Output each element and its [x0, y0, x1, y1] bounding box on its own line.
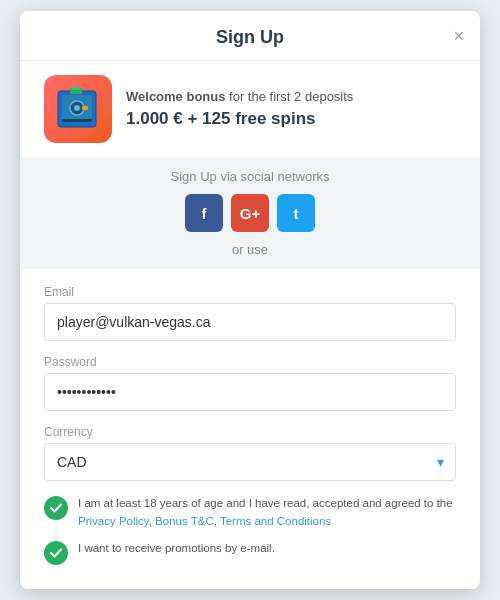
bonus-text: Welcome bonus for the first 2 deposits 1… — [126, 87, 353, 132]
currency-label: Currency — [44, 425, 456, 439]
promo-checkbox-row: I want to receive promotions by e-mail. — [44, 540, 456, 565]
promo-text: I want to receive promotions by e-mail. — [78, 540, 275, 557]
bonus-headline: Welcome bonus for the first 2 deposits — [126, 87, 353, 107]
close-button[interactable]: × — [453, 27, 464, 45]
svg-rect-5 — [62, 119, 92, 122]
social-label: Sign Up via social networks — [40, 169, 460, 184]
password-group: Password — [44, 355, 456, 411]
google-button[interactable]: G+ — [231, 194, 269, 232]
twitter-button[interactable]: t — [277, 194, 315, 232]
password-input[interactable] — [44, 373, 456, 411]
social-section: Sign Up via social networks f G+ t or us… — [20, 157, 480, 269]
modal-title: Sign Up — [216, 27, 284, 48]
social-buttons: f G+ t — [40, 194, 460, 232]
modal-header: Sign Up × — [20, 11, 480, 61]
email-input[interactable] — [44, 303, 456, 341]
terms-check-icon[interactable] — [44, 496, 68, 520]
facebook-button[interactable]: f — [185, 194, 223, 232]
currency-select[interactable]: CAD EUR USD GBP — [44, 443, 456, 481]
currency-wrapper: CAD EUR USD GBP ▾ — [44, 443, 456, 481]
bonus-terms-link[interactable]: Bonus T&C — [155, 515, 214, 527]
password-label: Password — [44, 355, 456, 369]
svg-rect-4 — [82, 106, 88, 110]
terms-conditions-link[interactable]: Terms and Conditions — [220, 515, 331, 527]
terms-text: I am at least 18 years of age and I have… — [78, 495, 456, 530]
terms-checkbox-row: I am at least 18 years of age and I have… — [44, 495, 456, 530]
bonus-amount: 1.000 € + 125 free spins — [126, 106, 353, 132]
form-section: Email Password Currency CAD EUR USD GBP … — [20, 269, 480, 589]
svg-point-3 — [74, 105, 80, 111]
svg-rect-7 — [72, 87, 80, 90]
privacy-policy-link[interactable]: Privacy Policy — [78, 515, 149, 527]
bonus-section: Welcome bonus for the first 2 deposits 1… — [20, 61, 480, 157]
or-use-label: or use — [40, 242, 460, 257]
email-group: Email — [44, 285, 456, 341]
signup-modal: Sign Up × Welcome bonus for the first 2 … — [20, 11, 480, 589]
email-label: Email — [44, 285, 456, 299]
bonus-icon — [44, 75, 112, 143]
currency-group: Currency CAD EUR USD GBP ▾ — [44, 425, 456, 481]
promo-check-icon[interactable] — [44, 541, 68, 565]
